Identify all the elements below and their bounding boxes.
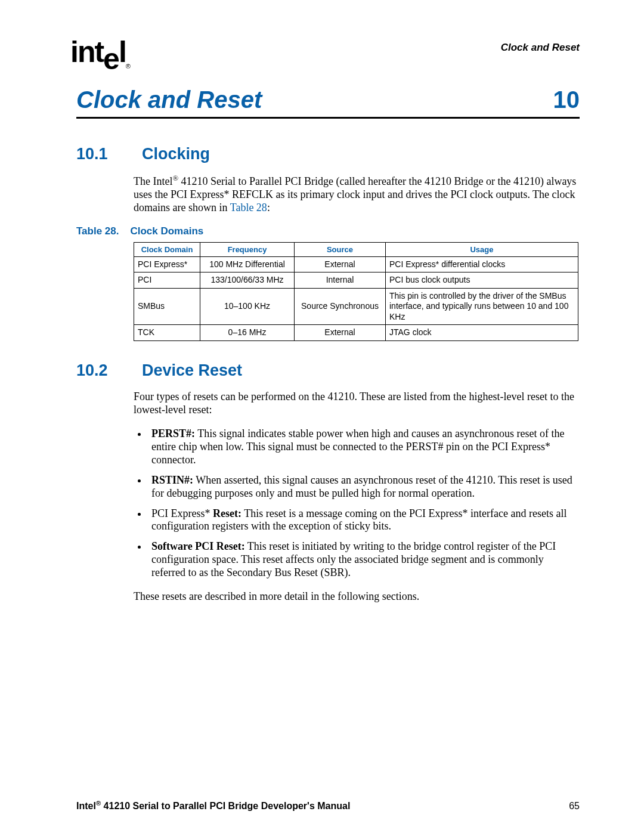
chapter-title: Clock and Reset <box>76 86 262 113</box>
chapter-number: 10 <box>553 86 580 113</box>
table-row: SMBus 10–100 KHz Source Synchronous This… <box>134 288 578 325</box>
section-header-device-reset: 10.2 Device Reset <box>76 361 580 380</box>
section-title: Device Reset <box>142 361 242 380</box>
list-item: PERST#: This signal indicates stable pow… <box>148 428 580 467</box>
table-row: PCI 133/100/66/33 MHz Internal PCI bus c… <box>134 272 578 289</box>
table-row: PCI Express* 100 MHz Differential Extern… <box>134 256 578 272</box>
section-number: 10.1 <box>76 145 142 163</box>
clocking-paragraph: The Intel® 41210 Serial to Parallel PCI … <box>134 174 580 215</box>
page-number: 65 <box>569 801 580 812</box>
chapter-header: Clock and Reset 10 <box>76 86 580 119</box>
table-28-link[interactable]: Table 28 <box>230 202 267 213</box>
list-item: PCI Express* Reset: This reset is a mess… <box>148 507 580 534</box>
table-header-row: Clock Domain Frequency Source Usage <box>134 242 578 256</box>
list-item: RSTIN#: When asserted, this signal cause… <box>148 474 580 500</box>
col-usage: Usage <box>386 242 578 256</box>
table-row: TCK 0–16 MHz External JTAG clock <box>134 325 578 341</box>
device-reset-outro: These resets are described in more detai… <box>134 590 580 603</box>
section-header-clocking: 10.1 Clocking <box>76 145 580 163</box>
list-item: Software PCI Reset: This reset is initia… <box>148 540 580 580</box>
page-footer: Intel® 41210 Serial to Parallel PCI Brid… <box>76 800 580 812</box>
device-reset-intro: Four types of resets can be performed on… <box>134 391 580 417</box>
clock-domains-table: Clock Domain Frequency Source Usage PCI … <box>134 242 578 341</box>
col-frequency: Frequency <box>200 242 295 256</box>
col-source: Source <box>295 242 386 256</box>
page: intel® Clock and Reset Clock and Reset 1… <box>0 0 644 833</box>
table-caption: Table 28. Clock Domains <box>76 225 580 237</box>
manual-title: Intel® 41210 Serial to Parallel PCI Brid… <box>76 800 350 812</box>
intel-logo: intel® <box>70 35 131 70</box>
section-number: 10.2 <box>76 361 142 380</box>
running-head: Clock and Reset <box>76 42 580 54</box>
section-title: Clocking <box>142 145 210 163</box>
col-clock-domain: Clock Domain <box>134 242 200 256</box>
reset-list: PERST#: This signal indicates stable pow… <box>134 428 580 580</box>
